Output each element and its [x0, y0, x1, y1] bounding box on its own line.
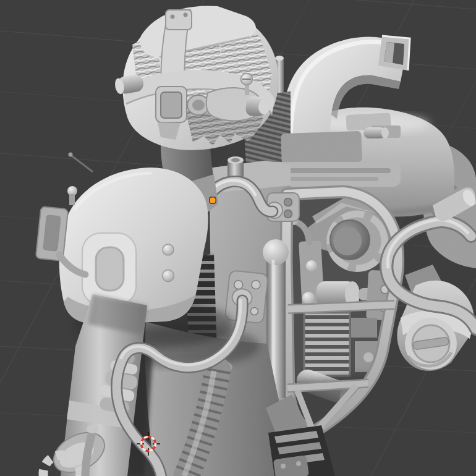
viewport-3d[interactable]: [0, 0, 476, 476]
scene-canvas: [0, 0, 476, 476]
film-grain: [0, 0, 476, 476]
3d-cursor[interactable]: [134, 429, 163, 459]
3d-cursor-glyph: [134, 429, 163, 459]
object-origin-dot[interactable]: [210, 198, 216, 203]
